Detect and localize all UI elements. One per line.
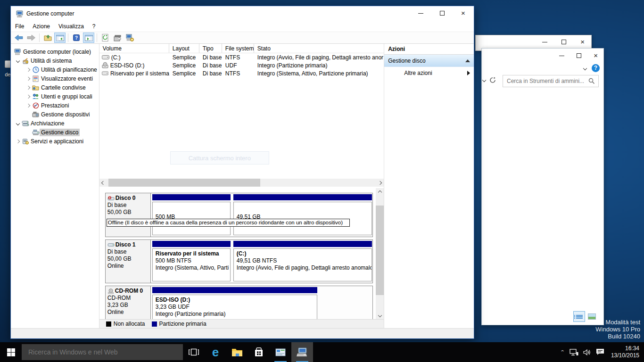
disk0-partition1[interactable]: 500 MB xyxy=(152,194,231,235)
tree-item-disk-management[interactable]: Gestione disco xyxy=(11,128,99,137)
expand-icon[interactable] xyxy=(26,85,30,89)
file-explorer-button[interactable] xyxy=(226,342,248,362)
tree-item-root[interactable]: Gestione computer (locale) xyxy=(11,47,99,56)
horizontal-scrollbar[interactable] xyxy=(99,179,384,187)
menu-file[interactable]: File xyxy=(11,22,28,31)
minimize-button[interactable] xyxy=(410,6,431,20)
disk0-partition2[interactable]: 49,51 GB xyxy=(233,194,372,235)
disk0-row[interactable]: Disco 0 Di base 50,00 GB 500 MB 49,51 GB xyxy=(105,193,373,237)
actions-group-disk-management[interactable]: Gestione disco xyxy=(384,55,474,67)
disk1-partition-c[interactable]: (C:) 49,51 GB NTFS Integro (Avvio, File … xyxy=(233,241,372,281)
disk0-label[interactable]: Disco 0 Di base 50,00 GB xyxy=(106,193,151,237)
computer-management-taskbar-button[interactable] xyxy=(291,342,313,362)
volume-row-system-reserved[interactable]: Riservato per il sistema Semplice Di bas… xyxy=(99,69,384,77)
collapse-group-icon[interactable] xyxy=(465,59,470,62)
column-header-stato[interactable]: Stato xyxy=(254,44,384,53)
cdrom0-label[interactable]: CD-ROM 0 CD-ROM 3,23 GB Online xyxy=(106,286,151,319)
network-icon[interactable] xyxy=(570,349,578,356)
column-header-volume[interactable]: Volume xyxy=(99,44,169,53)
minimize-icon[interactable] xyxy=(559,56,564,56)
scroll-up-icon[interactable] xyxy=(376,188,384,196)
scroll-left-icon[interactable] xyxy=(99,179,107,187)
expand-icon[interactable] xyxy=(26,103,30,107)
store-button[interactable] xyxy=(248,342,270,362)
taskbar-search-box[interactable] xyxy=(22,344,183,360)
menu-visualizza[interactable]: Visualizza xyxy=(54,22,88,31)
maximize-button[interactable] xyxy=(431,6,453,20)
refresh-button[interactable] xyxy=(99,33,111,43)
maximize-icon[interactable] xyxy=(561,40,566,44)
tree-item-storage[interactable]: Archiviazione xyxy=(11,119,99,128)
titlebar[interactable]: Gestione computer × xyxy=(11,6,474,21)
help-button[interactable]: ? xyxy=(71,33,82,43)
refresh-icon[interactable] xyxy=(489,77,496,83)
tree-item-performance[interactable]: Prestazioni xyxy=(11,101,99,110)
explorer-search-box[interactable] xyxy=(503,75,599,87)
disk1-label[interactable]: Disco 1 Di base 50,00 GB Online xyxy=(106,240,151,283)
task-view-button[interactable] xyxy=(183,342,205,362)
export-list-button[interactable] xyxy=(112,33,123,43)
cdrom0-partition[interactable]: ESD-ISO (D:) 3,23 GB UDF Integro (Partiz… xyxy=(152,287,318,319)
tree-item-event-viewer[interactable]: Visualizzatore eventi xyxy=(11,74,99,83)
expand-icon[interactable] xyxy=(26,76,30,80)
collapse-icon[interactable] xyxy=(16,58,20,62)
tree-item-device-manager[interactable]: Gestione dispositivi xyxy=(11,110,99,119)
vertical-scrollbar[interactable] xyxy=(376,188,384,319)
details-view-button[interactable] xyxy=(573,311,585,322)
start-button[interactable] xyxy=(0,342,22,362)
close-icon[interactable]: × xyxy=(580,40,585,44)
thumbnails-view-button[interactable] xyxy=(586,311,598,322)
explorer-window[interactable]: × ? xyxy=(481,48,604,325)
address-dropdown-icon[interactable] xyxy=(482,78,486,82)
menubar: File Azione Visualizza ? xyxy=(11,21,474,32)
disk-settings-button[interactable] xyxy=(124,33,135,43)
menu-help[interactable]: ? xyxy=(88,22,100,31)
scroll-down-icon[interactable] xyxy=(376,311,384,319)
disk-management-view: Volume Layout Tipo File system Stato (C:… xyxy=(99,44,384,328)
tree-item-system-utilities[interactable]: Utilità di sistema xyxy=(11,56,99,65)
close-button[interactable]: × xyxy=(453,6,474,20)
tray-expand-icon[interactable]: ⌃ xyxy=(560,349,565,354)
show-action-pane-button[interactable] xyxy=(83,33,94,43)
show-console-tree-button[interactable] xyxy=(54,33,66,43)
scrollbar-thumb[interactable] xyxy=(376,206,384,295)
edge-button[interactable]: e xyxy=(205,342,226,362)
running-app-button[interactable] xyxy=(270,342,291,362)
primary-partition-bar xyxy=(152,287,317,293)
help-icon[interactable]: ? xyxy=(592,64,600,72)
scrollbar-thumb[interactable] xyxy=(108,179,260,187)
expand-icon[interactable] xyxy=(16,139,20,143)
volume-icon[interactable] xyxy=(583,349,591,356)
back-button[interactable] xyxy=(13,33,25,43)
column-header-layout[interactable]: Layout xyxy=(169,44,199,53)
collapse-icon[interactable] xyxy=(16,121,20,125)
taskbar-search-input[interactable] xyxy=(22,348,183,356)
tree-item-task-scheduler[interactable]: Utilità di pianificazione xyxy=(11,65,99,74)
legend-unallocated-label: Non allocata xyxy=(114,321,145,327)
scroll-right-icon[interactable] xyxy=(376,179,384,187)
tree-item-local-users-groups[interactable]: Utenti e gruppi locali xyxy=(11,92,99,101)
tree-item-services-applications[interactable]: Servizi e applicazioni xyxy=(11,137,99,146)
notifications-icon[interactable] xyxy=(596,348,604,356)
column-header-filesystem[interactable]: File system xyxy=(222,44,254,53)
explorer-search-input[interactable] xyxy=(503,78,588,84)
volume-row-d[interactable]: ESD-ISO (D:) Semplice Di base UDF Integr… xyxy=(99,61,384,69)
menu-azione[interactable]: Azione xyxy=(28,22,54,31)
expand-icon[interactable] xyxy=(26,67,30,71)
more-actions-item[interactable]: Altre azioni xyxy=(384,67,474,79)
ribbon-chevron-icon[interactable] xyxy=(583,66,587,70)
volume-row-c[interactable]: (C:) Semplice Di base NTFS Integro (Avvi… xyxy=(99,53,384,61)
search-icon[interactable] xyxy=(588,78,595,84)
forward-button[interactable] xyxy=(25,33,37,43)
minimize-icon[interactable] xyxy=(542,42,547,42)
up-level-button[interactable] xyxy=(42,33,53,43)
disk1-partition-system-reserved[interactable]: Riservato per il sistema 500 MB NTFS Int… xyxy=(152,241,231,281)
tree-item-shared-folders[interactable]: Cartelle condivise xyxy=(11,83,99,92)
maximize-icon[interactable] xyxy=(577,53,581,58)
taskbar-clock[interactable]: 16:34 13/10/2015 xyxy=(609,345,639,359)
disk1-row[interactable]: Disco 1 Di base 50,00 GB Online Riservat… xyxy=(105,239,373,283)
cdrom0-row[interactable]: CD-ROM 0 CD-ROM 3,23 GB Online ESD-ISO (… xyxy=(105,286,373,319)
column-header-tipo[interactable]: Tipo xyxy=(199,44,222,53)
close-icon[interactable]: × xyxy=(594,53,598,58)
expand-icon[interactable] xyxy=(26,94,30,98)
